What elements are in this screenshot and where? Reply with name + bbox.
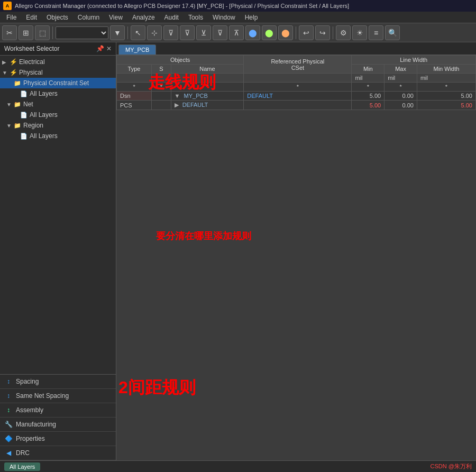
arrow-button[interactable]: ↖ bbox=[131, 25, 145, 40]
status-alllayers-tab[interactable]: All Layers bbox=[4, 462, 40, 471]
sidebar-header-icons: 📌 ✕ bbox=[96, 45, 112, 52]
settings1-button[interactable]: ⚙ bbox=[336, 25, 351, 40]
bottom-item-samenet[interactable]: ↕ Same Net Spacing bbox=[0, 389, 116, 403]
menu-item-edit[interactable]: Edit bbox=[22, 13, 41, 22]
min-header: Min bbox=[352, 65, 385, 74]
dropdown-button[interactable]: ▼ bbox=[110, 25, 125, 40]
objects-group: Objects bbox=[117, 56, 244, 65]
content-area: MY_PCB Objects Referenced PhysicalCSet L… bbox=[116, 42, 476, 460]
max-header: Max bbox=[385, 65, 417, 74]
sidebar-item-region[interactable]: ▼ 📁 Region bbox=[0, 120, 116, 131]
dsn-max: 0.00 bbox=[385, 92, 417, 101]
name-filter[interactable]: * bbox=[171, 83, 244, 92]
name-header: Name bbox=[171, 65, 244, 74]
arrow-icon: ↖ bbox=[135, 29, 141, 37]
pcs-al-icon: 📄 bbox=[20, 90, 28, 97]
sep3 bbox=[296, 26, 296, 39]
bottom-item-drc[interactable]: ◀ DRC bbox=[0, 446, 116, 460]
ref-filter[interactable]: * bbox=[244, 83, 352, 92]
minw-filter[interactable]: * bbox=[417, 83, 475, 92]
filter2-button[interactable]: ⊽ bbox=[180, 25, 195, 40]
pcs-ref bbox=[244, 101, 352, 110]
scissors-button[interactable] bbox=[2, 25, 17, 40]
close-icon[interactable]: ✕ bbox=[106, 45, 112, 52]
status-bar: All Layers CSDN @朱万利 bbox=[0, 460, 476, 472]
app-icon: A bbox=[3, 2, 12, 10]
filter-row: * * * * * * * bbox=[117, 83, 476, 92]
samenet-icon: ↕ bbox=[4, 392, 13, 400]
dsn-name: ▼ MY_PCB bbox=[171, 92, 244, 101]
table-row-pcs[interactable]: PCS ▶ DEFAULT 5.00 0.00 5.00 bbox=[117, 101, 476, 110]
select-icon: ⊹ bbox=[151, 29, 158, 37]
pcs-icon: 📁 bbox=[14, 79, 21, 87]
menu-item-tools[interactable]: Tools bbox=[184, 13, 207, 22]
filter2-icon: ⊽ bbox=[185, 29, 190, 37]
filter4-icon: ⊽ bbox=[217, 29, 223, 37]
settings2-button[interactable]: ☀ bbox=[352, 25, 367, 40]
bottom-item-manufacturing[interactable]: 🔧 Manufacturing bbox=[0, 417, 116, 432]
max-filter[interactable]: * bbox=[385, 83, 417, 92]
menu-item-file[interactable]: File bbox=[2, 13, 21, 22]
filter5-button[interactable]: ⊼ bbox=[229, 25, 244, 40]
tab-bar: MY_PCB bbox=[116, 42, 476, 55]
bottom-item-assembly[interactable]: ↕ Assembly bbox=[0, 403, 116, 417]
menu-item-audit[interactable]: Audit bbox=[160, 13, 183, 22]
sidebar-item-pcs[interactable]: 📁 Physical Constraint Set bbox=[0, 78, 116, 88]
redo-button[interactable]: ↪ bbox=[315, 25, 330, 40]
table-row[interactable]: Dsn ▼ MY_PCB DEFAULT 5.00 0.00 5.00 bbox=[117, 92, 476, 101]
sidebar-item-region-alllayers[interactable]: 📄 All Layers bbox=[0, 131, 116, 141]
undo-button[interactable]: ↩ bbox=[299, 25, 314, 40]
bottom-item-properties[interactable]: 🔷 Properties bbox=[0, 432, 116, 446]
sidebar-item-physical[interactable]: ▼ ⚡ Physical bbox=[0, 67, 116, 78]
copy-button[interactable]: ⊞ bbox=[19, 25, 33, 40]
sidebar-item-net-alllayers[interactable]: 📄 All Layers bbox=[0, 110, 116, 120]
min-filter[interactable]: * bbox=[352, 83, 385, 92]
grid-area[interactable]: Objects Referenced PhysicalCSet Line Wid… bbox=[116, 55, 476, 460]
filter1-button[interactable]: ⊽ bbox=[163, 25, 178, 40]
sidebar-item-electrical[interactable]: ▶ ⚡ Electrical bbox=[0, 57, 116, 67]
linewidth-group: Line Width bbox=[352, 56, 476, 65]
menu-item-objects[interactable]: Objects bbox=[42, 13, 72, 22]
data-table: Objects Referenced PhysicalCSet Line Wid… bbox=[116, 55, 476, 110]
menu-item-help[interactable]: Help bbox=[241, 13, 262, 22]
sidebar-item-net[interactable]: ▼ 📁 Net bbox=[0, 99, 116, 110]
color2-button[interactable]: ⬤ bbox=[262, 25, 277, 40]
type-filter[interactable]: * bbox=[117, 83, 152, 92]
mypbc-tab[interactable]: MY_PCB bbox=[118, 44, 156, 55]
search-button[interactable]: 🔍 bbox=[385, 25, 400, 40]
menu-item-view[interactable]: View bbox=[105, 13, 127, 22]
min-unit: mil bbox=[352, 74, 385, 83]
s-filter[interactable]: * bbox=[152, 83, 171, 92]
dsn-name-text: MY_PCB bbox=[184, 93, 208, 99]
manufacturing-label: Manufacturing bbox=[16, 421, 56, 428]
drc-label: DRC bbox=[16, 449, 30, 457]
samenet-label: Same Net Spacing bbox=[16, 392, 69, 400]
color3-button[interactable]: ⬤ bbox=[278, 25, 293, 40]
region-icon: 📁 bbox=[14, 122, 21, 129]
constraint-button[interactable]: ≡ bbox=[369, 25, 383, 40]
menu-item-column[interactable]: Column bbox=[74, 13, 104, 22]
physical-label: Physical bbox=[19, 69, 43, 76]
units-row: mil mil mil bbox=[117, 74, 476, 83]
sidebar-item-pcs-alllayers[interactable]: 📄 All Layers bbox=[0, 88, 116, 99]
region-arrow: ▼ bbox=[6, 123, 12, 129]
ref-pcs-header: Referenced PhysicalCSet bbox=[244, 56, 352, 74]
pin-icon[interactable]: 📌 bbox=[96, 45, 104, 52]
pcs-min: 5.00 bbox=[352, 101, 385, 110]
color1-button[interactable]: ⬤ bbox=[245, 25, 260, 40]
bottom-item-spacing[interactable]: ↕ Spacing bbox=[0, 375, 116, 389]
minw-unit: mil bbox=[417, 74, 475, 83]
menu-item-window[interactable]: Window bbox=[208, 13, 240, 22]
settings1-icon: ⚙ bbox=[340, 29, 347, 37]
physical-icon: ⚡ bbox=[10, 69, 17, 76]
select-button[interactable]: ⊹ bbox=[147, 25, 162, 40]
pcs-max: 0.00 bbox=[385, 101, 417, 110]
menu-item-analyze[interactable]: Analyze bbox=[128, 13, 159, 22]
filter3-button[interactable]: ⊻ bbox=[196, 25, 211, 40]
pcs-al-label: All Layers bbox=[30, 90, 58, 97]
layer-dropdown[interactable] bbox=[56, 26, 108, 39]
paste-button[interactable]: ⬚ bbox=[35, 25, 50, 40]
filter4-button[interactable]: ⊽ bbox=[213, 25, 227, 40]
menu-bar: FileEditObjectsColumnViewAnalyzeAuditToo… bbox=[0, 12, 476, 23]
sidebar-bottom: ↕ Spacing ↕ Same Net Spacing ↕ Assembly … bbox=[0, 374, 116, 460]
